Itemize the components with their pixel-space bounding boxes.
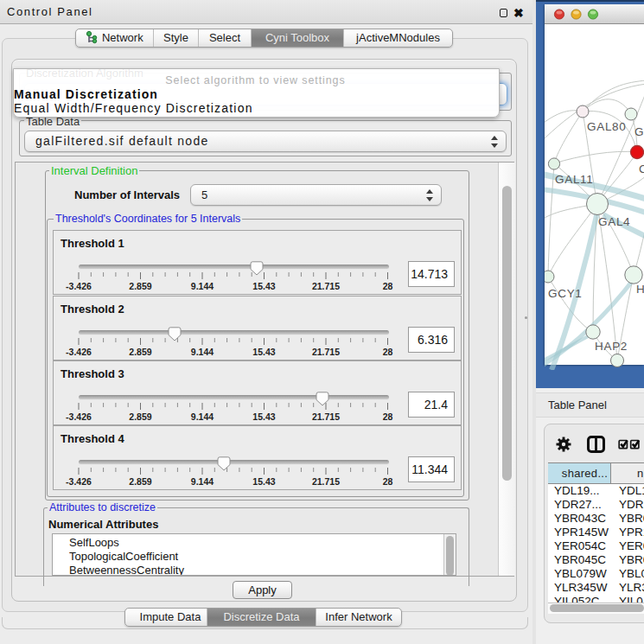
svg-text:HIS: HIS	[636, 283, 644, 296]
svg-text:GAL4: GAL4	[598, 215, 630, 228]
svg-text:GAL11: GAL11	[555, 173, 594, 186]
svg-text:GAL80: GAL80	[587, 120, 627, 133]
svg-text:G...: G...	[634, 125, 644, 138]
svg-text:GCY1: GCY1	[548, 287, 583, 300]
svg-text:HAP2: HAP2	[595, 340, 628, 353]
svg-text:C: C	[639, 163, 644, 175]
